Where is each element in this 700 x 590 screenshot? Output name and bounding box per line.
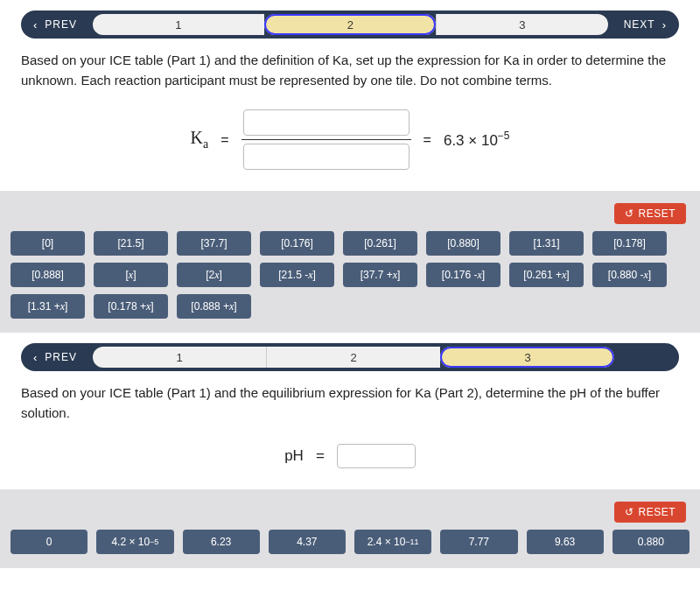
answer-tile[interactable]: 7.77	[440, 530, 517, 554]
answer-tile[interactable]: 4.37	[269, 530, 346, 554]
step-3[interactable]: 3	[440, 347, 614, 368]
answer-tile[interactable]: [0.176 - x]	[426, 263, 500, 287]
answer-tile[interactable]: 2.4 × 10−11	[354, 530, 431, 554]
answer-tile[interactable]: 0	[10, 530, 88, 554]
step-nav-bar: ‹ PREV 1 2 3	[21, 343, 679, 371]
ph-label: pH	[284, 447, 304, 465]
answer-tile[interactable]: 4.2 × 10−5	[96, 530, 173, 554]
answer-tile[interactable]: [21.5]	[94, 231, 168, 256]
answer-tile[interactable]: [37.7 + x]	[343, 263, 417, 287]
next-button[interactable]: NEXT ›	[612, 11, 679, 39]
step-3[interactable]: 3	[436, 14, 608, 35]
answer-tile[interactable]: [0.880 - x]	[592, 263, 667, 287]
tile-bank: ↺ RESET [0][21.5][37.7][0.176][0.261][0.…	[0, 191, 700, 333]
undo-icon: ↺	[625, 207, 634, 220]
answer-tile[interactable]: 9.63	[527, 530, 604, 554]
reset-label: RESET	[638, 207, 676, 220]
answer-tile[interactable]: [0]	[10, 231, 85, 256]
prev-label: PREV	[45, 18, 77, 31]
equals-sign: =	[424, 132, 431, 148]
step-indicator: 1 2 3	[93, 347, 614, 368]
chevron-left-icon: ‹	[33, 18, 38, 32]
answer-tile[interactable]: [21.5 - x]	[260, 263, 334, 287]
answer-tile[interactable]: [0.880]	[426, 231, 500, 256]
answer-tile[interactable]: [0.888 + x]	[177, 294, 251, 319]
step-nav-bar: ‹ PREV 1 2 3 NEXT ›	[21, 11, 679, 39]
answer-tile[interactable]: [1.31]	[509, 231, 584, 256]
fraction	[242, 109, 411, 170]
reset-label: RESET	[638, 506, 676, 518]
ka-equation: Ka = = 6.3 × 10−5	[0, 102, 700, 191]
answer-tile[interactable]: [0.176]	[260, 231, 334, 256]
answer-tile[interactable]: 6.23	[183, 530, 260, 554]
step-2[interactable]: 2	[266, 347, 440, 368]
equals-sign: =	[220, 132, 228, 148]
reset-button[interactable]: ↺ RESET	[614, 203, 686, 224]
prev-button[interactable]: ‹ PREV	[21, 11, 89, 39]
ka-symbol: Ka	[191, 128, 209, 151]
answer-tile[interactable]: 0.880	[612, 530, 690, 554]
numerator-slot[interactable]	[243, 109, 410, 136]
answer-tile[interactable]: [0.178 + x]	[94, 294, 168, 319]
ph-answer-slot[interactable]	[337, 444, 416, 468]
prev-button[interactable]: ‹ PREV	[21, 343, 89, 371]
answer-tile[interactable]: [37.7]	[177, 231, 251, 256]
chevron-right-icon: ›	[662, 18, 667, 32]
tile-grid: 04.2 × 10−56.234.372.4 × 10−117.779.630.…	[10, 530, 690, 554]
step-2[interactable]: 2	[264, 14, 437, 35]
prev-label: PREV	[45, 351, 77, 363]
undo-icon: ↺	[625, 506, 634, 518]
step-indicator: 1 2 3	[93, 14, 608, 35]
step-1[interactable]: 1	[93, 347, 266, 368]
fraction-bar	[242, 139, 411, 140]
answer-tile[interactable]: [0.261 + x]	[509, 263, 584, 287]
tile-grid: [0][21.5][37.7][0.176][0.261][0.880][1.3…	[10, 231, 690, 319]
answer-tile[interactable]: [1.31 + x]	[10, 294, 85, 319]
answer-tile[interactable]: [0.178]	[592, 231, 667, 256]
chevron-left-icon: ‹	[33, 351, 38, 364]
next-label: NEXT	[624, 18, 655, 31]
instruction-text: Based on your ICE table (Part 1) and the…	[0, 46, 700, 102]
answer-tile[interactable]: [2x]	[177, 263, 251, 287]
answer-tile[interactable]: [0.888]	[10, 263, 85, 287]
answer-tile[interactable]: [x]	[94, 263, 168, 287]
instruction-text: Based on your ICE table (Part 1) and the…	[0, 378, 700, 435]
tile-bank: ↺ RESET 04.2 × 10−56.234.372.4 × 10−117.…	[0, 489, 700, 568]
reset-button[interactable]: ↺ RESET	[614, 502, 686, 523]
ka-value: 6.3 × 10−5	[444, 130, 509, 150]
equals-sign: =	[316, 447, 325, 465]
denominator-slot[interactable]	[243, 144, 410, 170]
ph-equation: pH =	[0, 435, 700, 489]
step-1[interactable]: 1	[93, 14, 264, 35]
answer-tile[interactable]: [0.261]	[343, 231, 417, 256]
